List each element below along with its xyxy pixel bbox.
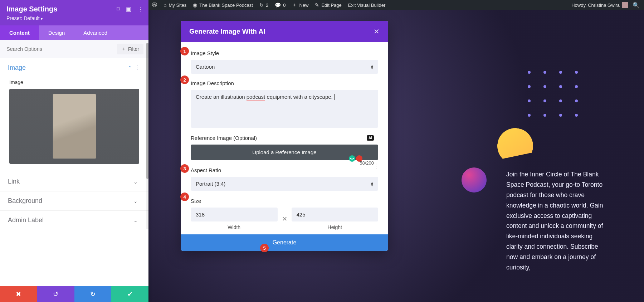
section-admin-label-title: Admin Label (8, 216, 133, 224)
aspect-ratio-select[interactable]: Portrait (3:4) (191, 177, 378, 191)
new-content-link[interactable]: ＋New (292, 2, 308, 8)
settings-tabs: Content Design Advanced (0, 25, 148, 40)
panel-header: Image Settings Preset: Default▾ ⌑ ▣ ⋮ (0, 0, 148, 25)
aspect-ratio-label: Aspect Ratio (191, 167, 378, 173)
wp-logo-menu[interactable]: ⓦ (152, 2, 157, 8)
modal-title: Generate Image With AI (189, 28, 374, 35)
width-input[interactable] (191, 208, 278, 221)
wp-admin-bar: ⓦ ⌂My Sites ◉The Blank Space Podcast ↻2 … (148, 0, 644, 10)
callout-badge-1: 1 (180, 47, 189, 55)
image-style-label: Image Style (191, 50, 378, 56)
help-icon[interactable]: ⌑ (117, 6, 119, 13)
decorative-dots (528, 71, 578, 128)
comments-count: 0 (283, 3, 286, 8)
pencil-icon: ✎ (315, 2, 319, 8)
search-row: ＋Filter (0, 40, 148, 58)
callout-badge-5: 5 (260, 244, 269, 252)
image-settings-panel: Image Settings Preset: Default▾ ⌑ ▣ ⋮ Co… (0, 0, 148, 302)
refresh-icon: ↻ (259, 2, 264, 8)
grammarly-icon (349, 155, 355, 162)
exit-visual-builder-link[interactable]: Exit Visual Builder (348, 3, 386, 8)
kebab-menu-icon[interactable]: ⋮ (138, 6, 143, 13)
admin-search-icon[interactable]: 🔍 (633, 2, 640, 9)
times-icon: ✕ (282, 215, 287, 223)
home-icon: ⌂ (164, 2, 166, 8)
panel-scrollbar[interactable] (146, 43, 148, 229)
chevron-up-icon: ⌃ (128, 65, 132, 71)
decorative-shape (494, 125, 536, 167)
modal-header: Generate Image With AI ✕ (181, 21, 388, 42)
height-caption: Height (292, 224, 379, 230)
generate-button[interactable]: Generate (181, 234, 388, 251)
section-image: Image ⌃ ⋮ Image (0, 58, 148, 172)
comments-link[interactable]: 💬0 (275, 2, 286, 8)
callout-badge-4: 4 (180, 193, 189, 201)
save-button[interactable]: ✔ (111, 286, 148, 302)
section-admin-label: Admin Label ⌄ (0, 211, 148, 230)
page-body-copy: Join the Inner Circle of The Blank Space… (506, 169, 605, 273)
section-image-toggle[interactable]: Image ⌃ ⋮ (0, 58, 148, 77)
dashboard-icon: ◉ (193, 2, 197, 8)
my-sites-label: My Sites (169, 3, 186, 8)
section-admin-label-toggle[interactable]: Admin Label ⌄ (0, 211, 148, 230)
width-caption: Width (191, 224, 278, 230)
tab-design[interactable]: Design (39, 25, 74, 40)
cancel-button[interactable]: ✖ (0, 286, 37, 302)
section-background: Background ⌄ (0, 191, 148, 211)
edit-page-link[interactable]: ✎Edit Page (315, 2, 341, 8)
expand-icon[interactable]: ▣ (126, 6, 131, 13)
chevron-down-icon: ⌄ (133, 198, 138, 204)
kebab-menu-icon[interactable]: ⋮ (135, 64, 141, 71)
avatar (622, 2, 628, 8)
section-link-toggle[interactable]: Link ⌄ (0, 172, 148, 191)
generate-image-ai-modal: Generate Image With AI ✕ Image Style Car… (181, 21, 388, 251)
preset-selector[interactable]: Preset: Default▾ (6, 15, 142, 21)
howdy-label: Howdy, Christina Gwira (571, 3, 620, 8)
char-count: 58/200 (360, 160, 374, 166)
filter-button[interactable]: ＋Filter (117, 44, 143, 54)
image-description-textarea[interactable]: Create an illustration podcast equipment… (191, 90, 378, 128)
size-label: Size (191, 198, 378, 204)
image-thumbnail (53, 94, 96, 159)
reference-image-label: Reference Image (Optional) (191, 135, 378, 141)
search-options-input[interactable] (5, 44, 114, 54)
image-preview[interactable] (9, 89, 139, 164)
new-label: New (299, 3, 308, 8)
image-description-label: Image Description (191, 80, 378, 86)
ai-badge[interactable]: AI (367, 135, 374, 141)
edit-page-label: Edit Page (321, 3, 341, 8)
my-sites-link[interactable]: ⌂My Sites (164, 2, 186, 8)
tab-advanced[interactable]: Advanced (74, 25, 117, 40)
plus-icon: ＋ (292, 2, 297, 8)
wordpress-icon: ⓦ (152, 2, 157, 8)
section-background-toggle[interactable]: Background ⌄ (0, 191, 148, 210)
section-link: Link ⌄ (0, 172, 148, 191)
updates-link[interactable]: ↻2 (259, 2, 268, 8)
redo-button[interactable]: ↻ (74, 286, 112, 302)
image-style-select[interactable]: Cartoon (191, 60, 378, 74)
close-icon[interactable]: ✕ (374, 27, 380, 36)
image-field-label: Image (9, 79, 139, 85)
tab-content[interactable]: Content (0, 25, 39, 40)
site-name-label: The Blank Space Podcast (199, 3, 253, 8)
comment-icon: 💬 (275, 2, 281, 8)
section-link-title: Link (8, 178, 133, 185)
caret-down-icon: ▾ (41, 17, 43, 21)
chevron-down-icon: ⌄ (133, 218, 138, 223)
height-input[interactable] (292, 208, 379, 221)
chevron-down-icon: ⌄ (133, 179, 138, 185)
callout-badge-3: 3 (180, 164, 189, 173)
howdy-user[interactable]: Howdy, Christina Gwira (571, 2, 628, 8)
section-background-title: Background (8, 197, 133, 205)
callout-badge-2: 2 (180, 76, 189, 84)
undo-button[interactable]: ↺ (37, 286, 74, 302)
site-name-link[interactable]: ◉The Blank Space Podcast (193, 2, 253, 8)
section-image-title: Image (8, 64, 128, 72)
decorative-shape (462, 167, 487, 193)
panel-footer-actions: ✖ ↺ ↻ ✔ (0, 286, 148, 302)
updates-count: 2 (266, 3, 268, 8)
plus-icon: ＋ (121, 46, 126, 52)
